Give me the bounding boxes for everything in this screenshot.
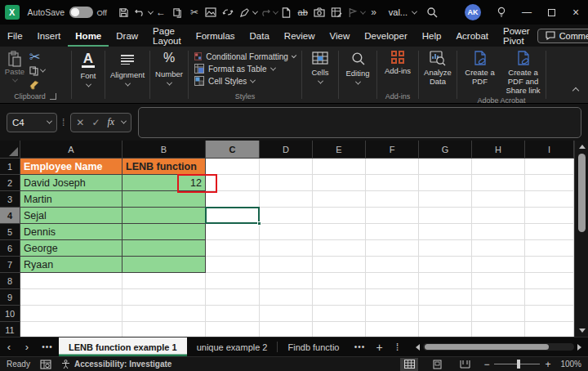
cell-D3[interactable]: [260, 191, 313, 208]
cell-B1[interactable]: LENB function: [122, 159, 206, 175]
ribbon-tab-insert[interactable]: Insert: [30, 25, 69, 47]
toolbar-overflow-icon[interactable]: »: [365, 3, 381, 21]
cell-G6[interactable]: [419, 240, 472, 257]
close-button[interactable]: ×: [564, 0, 588, 25]
cell-I9[interactable]: [525, 289, 574, 306]
horizontal-scroll-thumb[interactable]: [425, 344, 548, 350]
cell-I3[interactable]: [525, 191, 574, 208]
column-header-D[interactable]: D: [260, 141, 313, 159]
cell-G11[interactable]: [419, 322, 472, 337]
cell-C11[interactable]: [206, 322, 260, 337]
cell-E5[interactable]: [313, 224, 366, 240]
cell-F7[interactable]: [366, 257, 419, 273]
copy-icon[interactable]: [169, 3, 185, 21]
clipboard-dialog-launcher-icon[interactable]: [50, 93, 56, 100]
table-edit-icon[interactable]: [327, 3, 344, 21]
cell-D10[interactable]: [260, 306, 313, 322]
ribbon-tab-view[interactable]: View: [323, 25, 358, 47]
row-header-9[interactable]: 9: [0, 289, 20, 306]
sheet-list-icon[interactable]: •••: [36, 337, 59, 356]
cell-B9[interactable]: [122, 289, 206, 306]
cell-D7[interactable]: [260, 257, 313, 273]
cell-D9[interactable]: [260, 289, 313, 306]
copy-button[interactable]: [29, 65, 45, 76]
cell-B10[interactable]: [122, 306, 206, 322]
ribbon-tab-review[interactable]: Review: [277, 25, 323, 47]
column-header-G[interactable]: G: [419, 141, 472, 159]
row-header-6[interactable]: 6: [0, 240, 20, 257]
cell-B3[interactable]: [122, 191, 206, 208]
row-header-10[interactable]: 10: [0, 306, 20, 322]
cell-D5[interactable]: [260, 224, 313, 240]
ribbon-tab-home[interactable]: Home: [68, 25, 109, 47]
cell-B7[interactable]: [122, 257, 206, 273]
scroll-right-icon[interactable]: [577, 344, 581, 351]
column-header-F[interactable]: F: [366, 141, 419, 159]
cell-A9[interactable]: [20, 289, 122, 306]
cell-I1[interactable]: [525, 159, 574, 175]
cell-C7[interactable]: [206, 257, 260, 273]
cell-I8[interactable]: [525, 273, 574, 289]
sheet-options-icon[interactable]: ⁞: [388, 337, 406, 356]
cell-A10[interactable]: [20, 306, 122, 322]
row-header-7[interactable]: 7: [0, 257, 20, 273]
save-icon[interactable]: [115, 3, 131, 21]
cell-D8[interactable]: [260, 273, 313, 289]
cell-I6[interactable]: [525, 240, 574, 257]
normal-view-icon[interactable]: [400, 358, 418, 371]
cell-H4[interactable]: [472, 208, 525, 224]
cell-I10[interactable]: [525, 306, 574, 322]
addins-button[interactable]: Add-ins: [378, 47, 417, 92]
cell-E9[interactable]: [313, 289, 366, 306]
ribbon-tab-file[interactable]: File: [0, 25, 30, 47]
ribbon-tab-help[interactable]: Help: [415, 25, 449, 47]
cell-F6[interactable]: [366, 240, 419, 257]
cell-F5[interactable]: [366, 224, 419, 240]
search-icon[interactable]: [423, 3, 440, 21]
cell-C8[interactable]: [206, 273, 260, 289]
maximize-button[interactable]: [539, 0, 564, 25]
macro-record-icon[interactable]: [40, 360, 51, 369]
translate-icon[interactable]: [220, 3, 236, 21]
cell-A8[interactable]: [20, 273, 122, 289]
cut-icon[interactable]: ✂: [186, 3, 203, 21]
cell-F11[interactable]: [366, 322, 419, 337]
cell-C6[interactable]: [206, 240, 260, 257]
ribbon-tab-power-pivot[interactable]: Power Pivot: [496, 25, 537, 47]
cell-I11[interactable]: [525, 322, 574, 337]
cell-D2[interactable]: [260, 175, 313, 191]
cell-G7[interactable]: [419, 257, 472, 273]
editing-group-button[interactable]: Editing: [340, 47, 376, 103]
cell-G8[interactable]: [419, 273, 472, 289]
account-avatar[interactable]: AK: [465, 4, 481, 20]
cell-F2[interactable]: [366, 175, 419, 191]
row-header-2[interactable]: 2: [0, 175, 20, 191]
cell-B4[interactable]: [122, 208, 206, 224]
cell-A7[interactable]: Ryaan: [20, 257, 122, 273]
zoom-slider-handle[interactable]: [517, 360, 520, 369]
cell-F4[interactable]: [366, 208, 419, 224]
conditional-formatting-button[interactable]: Conditional Formatting: [194, 51, 296, 61]
new-file-icon[interactable]: [278, 3, 294, 21]
paste-button[interactable]: Paste: [0, 47, 29, 92]
zoom-slider[interactable]: [494, 364, 540, 365]
select-all-corner[interactable]: [0, 141, 20, 159]
cell-A4[interactable]: Sejal: [20, 208, 122, 224]
insert-function-icon[interactable]: fx: [107, 116, 114, 128]
analyze-data-button[interactable]: Analyze Data: [420, 47, 456, 100]
cell-styles-button[interactable]: Cell Styles: [194, 76, 296, 86]
cell-A5[interactable]: Dennis: [20, 224, 122, 240]
cell-G2[interactable]: [419, 175, 472, 191]
cell-G3[interactable]: [419, 191, 472, 208]
ribbon-tab-page-layout[interactable]: Page Layout: [145, 25, 189, 47]
column-header-A[interactable]: A: [20, 141, 122, 159]
cell-A1[interactable]: Employee Name: [20, 159, 122, 175]
cell-D6[interactable]: [260, 240, 313, 257]
cell-B5[interactable]: [122, 224, 206, 240]
cell-I7[interactable]: [525, 257, 574, 273]
cell-F8[interactable]: [366, 273, 419, 289]
create-pdf-share-button[interactable]: Create a PDF and Share link: [501, 47, 545, 96]
sheet-tab-2[interactable]: unique example 2: [187, 337, 278, 356]
new-sheet-button[interactable]: +: [370, 337, 388, 356]
cell-D11[interactable]: [260, 322, 313, 337]
